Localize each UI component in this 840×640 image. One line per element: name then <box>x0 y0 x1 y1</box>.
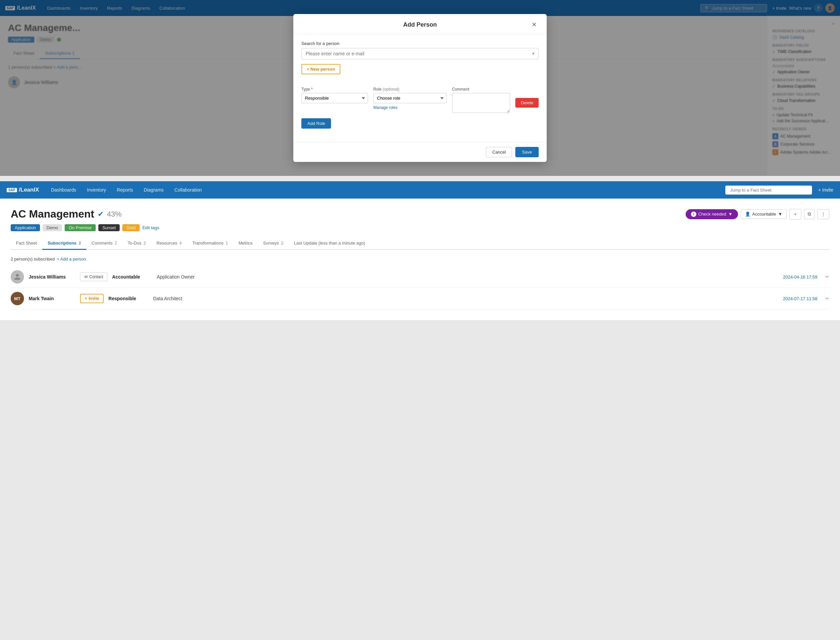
mark-edit-icon[interactable]: ✏ <box>826 296 829 301</box>
role-select[interactable]: Choose role <box>374 93 447 103</box>
add-person-modal: Add Person ✕ Search for a person ▼ + New… <box>293 14 547 162</box>
mark-name: Mark Twain <box>29 296 75 301</box>
subscriptions-header: 2 person(s) subscribed + Add a person <box>11 256 829 262</box>
jessica-role: Accountable <box>112 274 152 280</box>
edit-tags-link[interactable]: Edit tags <box>142 225 159 230</box>
tab-subscriptions[interactable]: Subscriptions 2 <box>42 237 87 250</box>
comment-label: Comment <box>452 87 510 91</box>
bottom-nav-dashboards[interactable]: Dashboards <box>47 186 80 194</box>
tab-surveys[interactable]: Surveys 2 <box>258 237 289 250</box>
new-person-button[interactable]: + New person <box>301 64 340 74</box>
comment-textarea[interactable] <box>452 93 510 113</box>
copy-button[interactable]: ⧉ <box>804 209 815 219</box>
invite-mark-button[interactable]: + Invite <box>80 294 104 303</box>
check-needed-button[interactable]: i Check needed ▼ <box>686 209 738 219</box>
jessica-edit-icon[interactable]: ✏ <box>826 274 829 280</box>
add-role-button[interactable]: Add Role <box>301 118 331 129</box>
tab-resources[interactable]: Resources 4 <box>151 237 187 250</box>
modal-title: Add Person <box>311 21 529 28</box>
add-person-link-bottom[interactable]: + Add a person <box>57 256 86 262</box>
cancel-button[interactable]: Cancel <box>486 147 512 157</box>
modal-close-button[interactable]: ✕ <box>529 20 539 29</box>
section-divider <box>0 176 840 181</box>
info-icon: i <box>691 211 696 217</box>
save-button[interactable]: Save <box>515 147 539 157</box>
type-select[interactable]: Responsible Accountable Consulted Inform… <box>301 93 368 103</box>
check-needed-label: Check needed <box>698 211 726 216</box>
bottom-invite-button[interactable]: + Invite <box>818 187 834 192</box>
mark-date: 2024-07-17 11:58 <box>783 296 818 301</box>
tab-last-update[interactable]: Last Update (less than a minute ago) <box>289 237 370 250</box>
bottom-page-title: AC Management <box>11 208 95 220</box>
mark-role: Responsible <box>108 296 148 301</box>
bottom-nav-diagrams[interactable]: Diagrams <box>139 186 168 194</box>
accountable-button[interactable]: 👤 Accountable ▼ <box>741 209 787 219</box>
jessica-subrole: Application Owner <box>157 274 778 280</box>
bottom-nav-collaboration[interactable]: Collaboration <box>170 186 206 194</box>
bottom-tag-sunset: Sunset <box>98 224 120 231</box>
bottom-brand-logo[interactable]: SAP /LeanIX <box>6 187 39 193</box>
bottom-nav-inventory[interactable]: Inventory <box>83 186 110 194</box>
search-label: Search for a person <box>301 41 539 46</box>
accountable-chevron-icon: ▼ <box>778 211 782 216</box>
person-search-input[interactable] <box>301 48 539 59</box>
bottom-tag-on-premise: On Premise <box>65 224 96 231</box>
person-row-jessica: Jessica Williams ✉ Contact Accountable A… <box>11 266 829 288</box>
verified-badge: ✔ <box>98 210 104 219</box>
bottom-nav-reports[interactable]: Reports <box>113 186 137 194</box>
tab-transformations[interactable]: Transformations 1 <box>187 237 233 250</box>
bottom-leanix-text: /LeanIX <box>19 187 39 193</box>
mail-icon: ✉ <box>84 275 88 279</box>
search-chevron-icon: ▼ <box>531 51 535 56</box>
contact-button[interactable]: ✉ Contact <box>80 272 107 281</box>
role-label: Role (optional) <box>374 87 447 91</box>
type-label: Type * <box>301 87 368 91</box>
bottom-search-input[interactable] <box>725 186 812 195</box>
tab-metrics[interactable]: Metrics <box>233 237 258 250</box>
plus-icon: + <box>85 296 87 301</box>
mark-subrole: Data Architect <box>153 296 778 301</box>
person-icon: 👤 <box>745 211 750 216</box>
tab-fact-sheet[interactable]: Fact Sheet <box>11 237 42 250</box>
modal-overlay: Add Person ✕ Search for a person ▼ + New… <box>0 0 840 176</box>
bottom-sap-badge: SAP <box>6 188 17 192</box>
mark-avatar: MT <box>11 292 24 305</box>
completeness-percent: 43% <box>107 210 122 219</box>
person-row-mark: MT Mark Twain + Invite Responsible Data … <box>11 288 829 309</box>
jessica-avatar <box>11 270 24 283</box>
accountable-label: Accountable <box>752 211 776 216</box>
jessica-date: 2024-04-16 17:59 <box>783 275 818 280</box>
bottom-tag-demo: Demo <box>43 224 63 231</box>
bottom-tag-gold: Gold <box>122 224 139 231</box>
add-button[interactable]: ＋ <box>789 209 802 219</box>
manage-roles-link[interactable]: Manage roles <box>374 105 447 110</box>
jessica-name: Jessica Williams <box>29 274 75 280</box>
tab-todos[interactable]: To-Dos 2 <box>122 237 151 250</box>
check-needed-chevron-icon: ▼ <box>728 211 733 216</box>
delete-button[interactable]: Delete <box>515 98 539 107</box>
tab-comments[interactable]: Comments 2 <box>87 237 122 250</box>
more-options-button[interactable]: ⋮ <box>818 209 829 219</box>
bottom-tag-application: Application <box>11 224 40 231</box>
